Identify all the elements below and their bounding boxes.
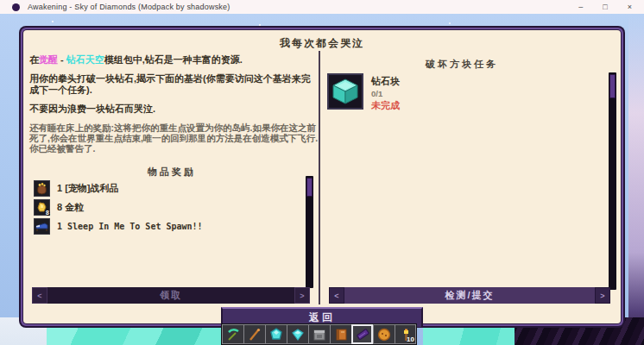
hotbar-slot-1[interactable] [222, 324, 243, 344]
hotbar-slot-7-selected[interactable] [351, 324, 373, 344]
app-icon [12, 3, 20, 11]
modpack-name-highlight: 觉醒 [39, 54, 58, 65]
minimize-button[interactable]: – [578, 0, 583, 14]
hotbar-slot-8[interactable] [373, 324, 395, 344]
hotbar: 10 [221, 323, 417, 345]
hotbar-slot-9[interactable]: 10 [395, 324, 416, 344]
window-controls: – □ × [578, 0, 632, 14]
item-count: 10 [407, 336, 414, 343]
next-arrow-icon[interactable]: > [294, 287, 310, 304]
claim-button[interactable]: < 领取 > [32, 287, 310, 304]
loot-bag-icon [34, 180, 50, 197]
game-viewport: 我每次都会哭泣 在觉醒 - 钻石天空模组包中,钻石是一种丰富的资源. 用你的拳头… [0, 14, 644, 345]
task-name: 钻石块 [371, 75, 400, 88]
quest-description-panel: 在觉醒 - 钻石天空模组包中,钻石是一种丰富的资源. 用你的拳头打破一块钻石,揭… [29, 54, 319, 161]
task-text: 钻石块 0/1 未完成 [371, 73, 400, 112]
task-status: 未完成 [371, 99, 400, 112]
window-titlebar: Awakening - Sky of Diamonds (Modpack by … [0, 0, 644, 14]
maximize-button[interactable]: □ [603, 0, 607, 14]
pumpkin-pie-icon [376, 327, 392, 342]
hotbar-slot-2[interactable] [243, 324, 265, 344]
rewards-section-heading: 物品奖励 [29, 166, 314, 179]
hotbar-slot-3[interactable] [265, 324, 287, 344]
item-count-badge: 8 [46, 210, 49, 216]
tasks-section-heading: 破坏方块任务 [322, 58, 602, 71]
screen: Awakening - Sky of Diamonds (Modpack by … [0, 0, 644, 345]
hotbar-slot-6[interactable] [330, 324, 351, 344]
reward-label: 8 金粒 [57, 201, 84, 214]
purple-item-icon [355, 327, 370, 342]
quest-window: 我每次都会哭泣 在觉醒 - 钻石天空模组包中,钻石是一种丰富的资源. 用你的拳头… [19, 26, 625, 328]
window-title: Awakening - Sky of Diamonds (Modpack by … [28, 3, 230, 11]
diamond-gem-large-icon [268, 327, 284, 342]
quest-desc-paragraph-3: 不要因为浪费一块钻石而哭泣. [29, 104, 319, 115]
sky-sparkles [52, 21, 54, 22]
right-panel-scrollbar[interactable] [609, 72, 616, 290]
reward-label: 1 [宠物]战利品 [57, 182, 119, 195]
reward-label: 1 Sleep In Me To Set Spawn!! [57, 222, 203, 231]
reward-item-bed[interactable]: 1 Sleep In Me To Set Spawn!! [34, 217, 203, 235]
submit-button[interactable]: < 检测/提交 > [329, 287, 610, 304]
pack-name-highlight: 钻石天空 [66, 54, 104, 65]
quest-desc-paragraph-4: 还有睡在床上的奖励:这将把你的重生点设置为你的岛屿.如果你在这之前死了,你会在世… [29, 122, 319, 154]
close-button[interactable]: × [628, 0, 632, 14]
scrollbar-thumb[interactable] [609, 74, 616, 98]
hotbar-slot-5[interactable] [308, 324, 330, 344]
quest-desc-paragraph-2: 用你的拳头打破一块钻石,揭示下面的基岩(你需要访问这个基岩来完成下一个任务). [29, 73, 319, 96]
prev-arrow-icon[interactable]: < [329, 287, 344, 304]
emerald-pickaxe-icon [225, 327, 241, 342]
panel-divider [319, 51, 320, 304]
quest-desc-paragraph-1: 在觉醒 - 钻石天空模组包中,钻石是一种丰富的资源. [29, 54, 319, 66]
diamond-block-icon [327, 73, 363, 110]
reward-item-gold-nugget[interactable]: 8 8 金粒 [34, 198, 84, 216]
diamond-icon [290, 327, 306, 342]
prev-arrow-icon[interactable]: < [32, 287, 47, 304]
hotbar-slot-4[interactable] [287, 324, 308, 344]
stone-block-icon [312, 327, 327, 342]
scrollbar-thumb[interactable] [306, 178, 313, 197]
bed-icon [34, 218, 50, 235]
task-progress: 0/1 [371, 89, 400, 98]
orange-rod-icon [247, 327, 262, 342]
next-arrow-icon[interactable]: > [595, 287, 610, 304]
gold-nugget-icon: 8 [34, 199, 50, 216]
task-item-diamond-block[interactable]: 钻石块 0/1 未完成 [327, 73, 400, 112]
left-panel-scrollbar[interactable] [306, 176, 313, 288]
quest-title: 我每次都会哭泣 [23, 36, 621, 51]
reward-item-loot-bag[interactable]: 1 [宠物]战利品 [34, 179, 119, 197]
orange-book-icon [333, 327, 349, 342]
